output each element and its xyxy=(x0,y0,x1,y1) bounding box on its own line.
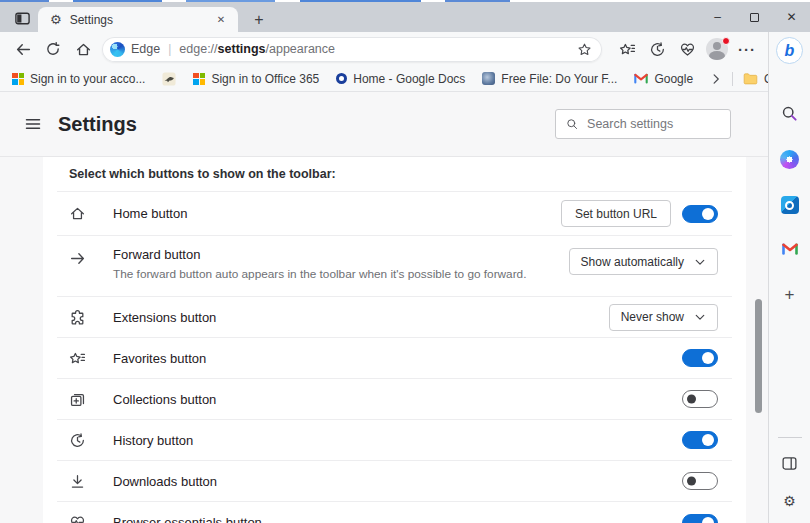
add-sidebar-item-button[interactable]: + xyxy=(776,282,804,308)
panel-toggle-icon xyxy=(781,455,798,472)
scrollbar-thumb[interactable] xyxy=(755,299,762,413)
forward-button-dropdown[interactable]: Show automatically xyxy=(569,248,718,275)
favorite-item-signin-account[interactable]: Sign in to your acco... xyxy=(12,72,145,86)
address-separator: | xyxy=(166,42,173,56)
plus-icon: + xyxy=(785,285,795,305)
tab-close-button[interactable]: ✕ xyxy=(212,11,230,29)
favorite-label: Home - Google Docs xyxy=(353,72,465,86)
settings-menu-button[interactable] xyxy=(22,113,44,135)
bird-favicon-icon xyxy=(162,72,176,86)
home-icon xyxy=(69,205,86,222)
tab-settings[interactable]: ⚙ Settings ✕ xyxy=(38,7,238,32)
toolbar-right-icons: ··· xyxy=(612,35,762,63)
history-button-toggle[interactable] xyxy=(682,431,718,449)
sidebar-settings-button[interactable]: ⚙ xyxy=(776,488,804,514)
microsoft-logo-icon xyxy=(193,73,205,85)
favorites-star-icon xyxy=(619,41,636,58)
home-button[interactable] xyxy=(68,35,98,63)
close-button[interactable]: ✕ xyxy=(773,2,810,32)
favorite-item-office365[interactable]: Sign in to Office 365 xyxy=(193,72,319,86)
favorites-divider xyxy=(732,72,733,86)
settings-row-forward-button: Forward button The forward button auto a… xyxy=(57,236,732,297)
docs-circle-favicon-icon xyxy=(336,73,347,84)
folder-icon xyxy=(743,72,758,85)
maximize-icon xyxy=(750,13,759,22)
settings-header: Settings xyxy=(0,92,768,156)
row-label: Home button xyxy=(113,206,187,221)
settings-row-extensions-button: Extensions button Never show xyxy=(57,297,732,338)
hamburger-icon xyxy=(24,115,42,133)
copilot-button[interactable] xyxy=(776,146,804,172)
favorites-overflow-button[interactable] xyxy=(710,73,722,85)
downloads-arrow-icon xyxy=(69,473,86,490)
set-button-url-button[interactable]: Set button URL xyxy=(561,200,671,227)
row-label: Favorites button xyxy=(113,351,206,366)
search-icon xyxy=(781,105,798,122)
minimize-button[interactable]: – xyxy=(699,2,736,32)
favorite-item-bird[interactable] xyxy=(162,72,176,86)
favorites-button-toggle[interactable] xyxy=(682,349,718,367)
home-icon xyxy=(75,41,92,58)
settings-and-more-button[interactable]: ··· xyxy=(732,35,762,63)
row-label: Downloads button xyxy=(113,474,217,489)
edge-logo xyxy=(110,42,125,57)
forward-arrow-icon xyxy=(69,250,86,267)
edge-sidebar: b + ⚙ xyxy=(768,32,810,523)
chevron-down-icon xyxy=(694,256,706,268)
home-button-toggle[interactable] xyxy=(682,205,718,223)
tab-actions-button[interactable] xyxy=(12,8,32,28)
collections-button-toggle[interactable] xyxy=(682,390,718,408)
history-clock-icon xyxy=(649,41,666,58)
toggle-knob xyxy=(687,395,696,404)
toggle-knob xyxy=(702,352,714,364)
ellipsis-icon: ··· xyxy=(738,41,756,58)
history-button[interactable] xyxy=(642,35,672,63)
favorite-item-google[interactable]: Google xyxy=(634,72,693,86)
back-button[interactable] xyxy=(8,35,38,63)
section-title: Select which buttons to show on the tool… xyxy=(57,157,732,192)
new-tab-button[interactable]: + xyxy=(248,9,270,31)
scrollbar[interactable] xyxy=(755,157,763,523)
gear-icon: ⚙ xyxy=(50,12,62,27)
row-description: The forward button auto appears in the t… xyxy=(113,267,526,281)
extensions-button-dropdown[interactable]: Never show xyxy=(609,304,718,331)
address-bar[interactable]: Edge | edge://settings/appearance xyxy=(102,37,602,62)
search-input[interactable] xyxy=(587,117,720,131)
refresh-icon xyxy=(45,41,61,57)
settings-row-favorites-button: Favorites button xyxy=(57,338,732,379)
gmail-favicon-icon xyxy=(634,73,648,84)
settings-row-history-button: History button xyxy=(57,420,732,461)
notification-dot xyxy=(722,37,730,45)
heart-pulse-icon xyxy=(679,41,696,58)
settings-row-home-button: Home button Set button URL xyxy=(57,192,732,236)
outlook-button[interactable] xyxy=(776,192,804,218)
chevron-right-icon xyxy=(710,73,722,85)
toggle-knob xyxy=(687,477,696,486)
favorites-button[interactable] xyxy=(612,35,642,63)
settings-card: Select which buttons to show on the tool… xyxy=(43,157,746,523)
gmail-button[interactable] xyxy=(776,236,804,262)
favorite-this-page-button[interactable] xyxy=(577,42,592,57)
extensions-puzzle-icon xyxy=(69,309,86,326)
gear-icon: ⚙ xyxy=(783,493,796,509)
downloads-button-toggle[interactable] xyxy=(682,472,718,490)
favorite-item-free-file[interactable]: Free File: Do Your F... xyxy=(482,72,617,86)
browser-essentials-button-toggle[interactable] xyxy=(682,514,718,523)
maximize-button[interactable] xyxy=(736,2,773,32)
collections-icon xyxy=(69,391,86,408)
outlook-icon xyxy=(781,196,799,214)
sidebar-panel-toggle-button[interactable] xyxy=(776,450,804,476)
sidebar-search-button[interactable] xyxy=(776,100,804,126)
toggle-knob xyxy=(702,517,714,523)
browser-essentials-button[interactable] xyxy=(672,35,702,63)
microsoft-logo-icon xyxy=(12,73,24,85)
favorite-item-google-docs[interactable]: Home - Google Docs xyxy=(336,72,465,86)
settings-search[interactable] xyxy=(555,109,731,139)
gmail-icon xyxy=(782,243,798,255)
dropdown-value: Show automatically xyxy=(581,255,684,269)
toggle-knob xyxy=(702,434,714,446)
refresh-button[interactable] xyxy=(38,35,68,63)
profile-button[interactable] xyxy=(702,35,732,63)
bing-chat-button[interactable]: b xyxy=(776,37,803,64)
favorite-label: Free File: Do Your F... xyxy=(501,72,617,86)
